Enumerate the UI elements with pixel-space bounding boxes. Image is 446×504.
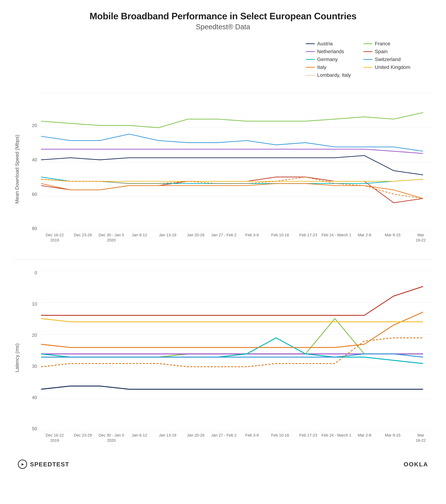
download-x-axis: Dec 16-222019 Dec 23-29 Dec 30 - Jan 520… <box>41 231 432 245</box>
download-chart-svg <box>41 93 432 231</box>
legend-item-uk: United Kingdom <box>363 63 410 71</box>
legend-item-austria: Austria <box>306 40 353 48</box>
legend-item-germany: Germany <box>306 55 353 63</box>
latency-y-axis: 50 40 30 20 10 0 <box>27 270 39 431</box>
latency-x-axis: Dec 16-222019 Dec 23-29 Dec 30 - Jan 520… <box>41 431 432 445</box>
latency-chart-svg <box>41 270 432 431</box>
page-subtitle: Speedtest® Data <box>14 23 432 31</box>
latency-y-axis-label: Latency (ms) <box>14 270 23 445</box>
latency-chart-container: Latency (ms) 50 40 30 20 10 0 <box>14 267 432 445</box>
chart-divider <box>14 259 432 260</box>
download-y-axis-label: Mean Download Speed (Mbps) <box>14 93 23 245</box>
download-y-axis: 80 60 40 20 <box>27 93 39 231</box>
speedtest-label: SPEEDTEST <box>30 461 69 468</box>
legend-item-lombardy: Lombardy, Italy <box>306 71 353 79</box>
speedtest-icon <box>18 460 27 469</box>
legend-item-france: Netherlands <box>306 48 353 55</box>
legend: Austria Netherlands Germany Italy Lombar… <box>306 40 410 79</box>
download-grid <box>41 93 432 231</box>
page-title: Mobile Broadband Performance in Select E… <box>14 11 432 21</box>
legend-item-spain: Spain <box>363 48 410 55</box>
speedtest-logo: SPEEDTEST <box>18 460 69 469</box>
footer: SPEEDTEST OOKLA <box>14 460 432 469</box>
download-chart-inner: 80 60 40 20 <box>27 93 432 245</box>
legend-item-switzerland: Switzerland <box>363 55 410 63</box>
latency-grid <box>41 270 432 431</box>
latency-chart-inner: 50 40 30 20 10 0 <box>27 270 432 445</box>
ookla-label: OOKLA <box>404 461 428 468</box>
download-chart-container: Austria Netherlands Germany Italy Lombar… <box>14 40 432 245</box>
legend-item-italy: Italy <box>306 63 353 71</box>
legend-item-netherlands: France <box>363 40 410 48</box>
